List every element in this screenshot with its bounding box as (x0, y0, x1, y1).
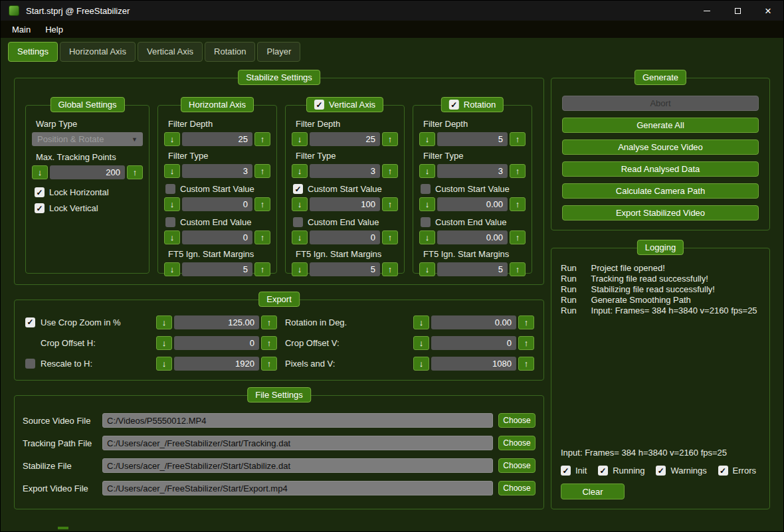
custom-end-value[interactable]: 0.00 (437, 230, 508, 244)
ft5-margins-value[interactable]: 5 (310, 262, 380, 276)
minimize-button[interactable] (692, 1, 722, 21)
crop-offset-v-value[interactable]: 0 (431, 336, 516, 350)
filter-type-value[interactable]: 3 (437, 164, 508, 178)
lock-vertical-checkbox[interactable]: ✓ (35, 203, 45, 213)
filter-depth-value[interactable]: 25 (310, 132, 380, 146)
init-checkbox[interactable]: ✓ (561, 466, 571, 476)
use-crop-zoom-checkbox[interactable]: ✓ (25, 317, 35, 327)
ft5-margins-value[interactable]: 5 (437, 262, 508, 276)
rotation-deg-value[interactable]: 0.00 (431, 315, 516, 329)
spin-down-button[interactable] (156, 357, 172, 371)
spin-down-button[interactable] (292, 164, 308, 178)
spin-up-button[interactable] (261, 357, 277, 371)
tab-rotation[interactable]: Rotation (205, 42, 255, 62)
tab-vertical-axis[interactable]: Vertical Axis (138, 42, 203, 62)
spin-down-button[interactable] (164, 197, 180, 211)
tab-player[interactable]: Player (257, 42, 300, 62)
custom-start-checkbox[interactable] (165, 184, 175, 194)
filter-type-value[interactable]: 3 (310, 164, 380, 178)
spin-up-button[interactable] (510, 230, 526, 244)
spin-up-button[interactable] (254, 230, 270, 244)
custom-end-checkbox[interactable] (421, 217, 431, 227)
stabilize-file-input[interactable] (102, 458, 493, 473)
spin-down-button[interactable] (413, 357, 429, 371)
spin-down-button[interactable] (164, 262, 180, 276)
close-button[interactable] (753, 1, 783, 21)
maximize-button[interactable] (722, 1, 753, 21)
spin-down-button[interactable] (164, 132, 180, 146)
custom-end-checkbox[interactable] (165, 217, 175, 227)
filter-depth-value[interactable]: 25 (182, 132, 252, 146)
spin-up-button[interactable] (382, 230, 398, 244)
spin-down-button[interactable] (419, 164, 435, 178)
spin-down-button[interactable] (164, 230, 180, 244)
clear-log-button[interactable]: Clear (561, 484, 625, 499)
spin-up-button[interactable] (127, 165, 143, 179)
ft5-margins-value[interactable]: 5 (182, 262, 252, 276)
lock-horizontal-checkbox[interactable]: ✓ (35, 187, 45, 197)
custom-end-value[interactable]: 0 (182, 230, 252, 244)
source-video-file-input[interactable] (102, 413, 493, 428)
spin-down-button[interactable] (32, 165, 48, 179)
spin-down-button[interactable] (164, 164, 180, 178)
custom-start-value[interactable]: 0.00 (437, 197, 508, 211)
spin-up-button[interactable] (382, 132, 398, 146)
running-checkbox[interactable]: ✓ (598, 466, 608, 476)
rescale-checkbox[interactable] (25, 359, 35, 369)
max-tracking-points-value[interactable]: 200 (50, 165, 125, 179)
spin-down-button[interactable] (292, 132, 308, 146)
export-video-choose-button[interactable]: Choose (498, 481, 536, 495)
custom-end-value[interactable]: 0 (310, 230, 380, 244)
spin-up-button[interactable] (382, 164, 398, 178)
read-analysed-data-button[interactable]: Read Analysed Data (562, 161, 759, 177)
errors-checkbox[interactable]: ✓ (718, 466, 728, 476)
spin-up-button[interactable] (518, 357, 534, 371)
custom-start-checkbox[interactable] (421, 184, 431, 194)
spin-down-button[interactable] (419, 197, 435, 211)
spin-down-button[interactable] (292, 230, 308, 244)
warnings-checkbox[interactable]: ✓ (656, 466, 666, 476)
tracking-path-file-input[interactable] (102, 436, 493, 450)
custom-start-checkbox[interactable]: ✓ (293, 184, 303, 194)
spin-down-button[interactable] (292, 197, 308, 211)
rescale-h-value[interactable]: 1920 (174, 357, 259, 371)
custom-start-value[interactable]: 100 (310, 197, 380, 211)
spin-down-button[interactable] (156, 315, 172, 329)
crop-offset-h-value[interactable]: 0 (174, 336, 259, 350)
calculate-camera-path-button[interactable]: Calculate Camera Path (562, 183, 759, 199)
analyse-source-video-button[interactable]: Analyse Source Video (562, 139, 759, 155)
filter-depth-value[interactable]: 5 (437, 132, 508, 146)
stabilize-choose-button[interactable]: Choose (498, 458, 536, 473)
spin-up-button[interactable] (261, 336, 277, 350)
spin-up-button[interactable] (510, 132, 526, 146)
spin-up-button[interactable] (254, 164, 270, 178)
filter-type-value[interactable]: 3 (182, 164, 252, 178)
crop-zoom-value[interactable]: 125.00 (174, 315, 259, 329)
custom-start-value[interactable]: 0 (182, 197, 252, 211)
spin-down-button[interactable] (419, 230, 435, 244)
source-video-choose-button[interactable]: Choose (498, 413, 536, 428)
generate-all-button[interactable]: Generate All (562, 118, 759, 133)
pixels-v-value[interactable]: 1080 (431, 357, 516, 371)
vertical-axis-enable-checkbox[interactable]: ✓ (314, 100, 324, 110)
custom-end-checkbox[interactable] (293, 217, 303, 227)
spin-up-button[interactable] (382, 197, 398, 211)
spin-down-button[interactable] (413, 336, 429, 350)
export-video-file-input[interactable] (102, 481, 493, 495)
spin-up-button[interactable] (510, 164, 526, 178)
spin-down-button[interactable] (413, 315, 429, 329)
warp-type-dropdown[interactable]: Position & Rotate (32, 132, 143, 146)
export-stabilized-video-button[interactable]: Export Stabilized Video (562, 205, 759, 221)
spin-up-button[interactable] (254, 132, 270, 146)
spin-down-button[interactable] (292, 262, 308, 276)
spin-up-button[interactable] (510, 197, 526, 211)
spin-up-button[interactable] (510, 262, 526, 276)
spin-up-button[interactable] (254, 197, 270, 211)
spin-down-button[interactable] (156, 336, 172, 350)
tab-horizontal-axis[interactable]: Horizontal Axis (60, 42, 136, 62)
spin-down-button[interactable] (419, 262, 435, 276)
menu-help[interactable]: Help (38, 22, 70, 37)
menu-main[interactable]: Main (5, 22, 38, 37)
tracking-path-choose-button[interactable]: Choose (498, 436, 536, 450)
spin-up-button[interactable] (518, 336, 534, 350)
